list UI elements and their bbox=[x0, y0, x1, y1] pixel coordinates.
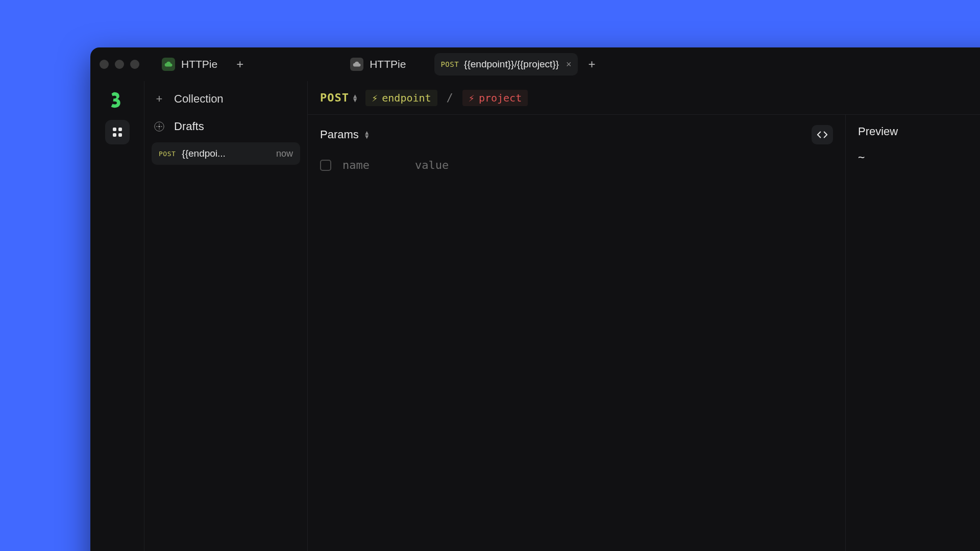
method-label: POST bbox=[320, 91, 349, 104]
drafts-label: Drafts bbox=[174, 120, 204, 133]
new-tab-button[interactable]: + bbox=[583, 55, 601, 73]
app-window: HTTPie + HTTPie POST {{endpoint}}/{{proj… bbox=[90, 47, 980, 551]
url-variable-project[interactable]: ⚡ project bbox=[462, 90, 528, 106]
activity-bar bbox=[90, 81, 144, 551]
url-bar: POST ▲▼ ⚡ endpoint / ⚡ project bbox=[308, 81, 980, 115]
body: + Collection Drafts POST bbox=[90, 81, 980, 551]
workspace-tabs-right: HTTPie POST {{endpoint}}/{{project}} × + bbox=[342, 53, 601, 76]
request-method-chip: POST bbox=[440, 60, 459, 68]
preview-prompt: ~ bbox=[858, 151, 980, 163]
collections-panel: + Collection Drafts POST bbox=[144, 81, 308, 551]
params-title: Params bbox=[320, 128, 359, 141]
workspace-title: HTTPie bbox=[370, 58, 406, 70]
editor-area: POST ▲▼ ⚡ endpoint / ⚡ project Par bbox=[308, 81, 980, 551]
preview-title: Preview bbox=[858, 125, 980, 138]
collection-label: Collection bbox=[174, 92, 224, 106]
param-value-input[interactable]: value bbox=[415, 159, 833, 171]
var-name: endpoint bbox=[382, 92, 431, 104]
svg-point-6 bbox=[157, 126, 158, 127]
minimize-window-icon[interactable] bbox=[115, 60, 124, 69]
draft-method: POST bbox=[159, 150, 176, 158]
request-tab-label: {{endpoint}}/{{project}} bbox=[464, 59, 559, 70]
workspace-tab[interactable]: HTTPie bbox=[154, 53, 226, 76]
maximize-window-icon[interactable] bbox=[130, 60, 139, 69]
workspace-tabs-left: HTTPie + bbox=[154, 53, 249, 76]
window-controls bbox=[100, 60, 139, 69]
drafts-row[interactable]: Drafts bbox=[144, 114, 307, 139]
request-tab[interactable]: POST {{endpoint}}/{{project}} × bbox=[434, 53, 577, 76]
params-tab[interactable]: Params ▲▼ bbox=[320, 128, 370, 141]
param-checkbox[interactable] bbox=[320, 160, 331, 171]
cloud-icon bbox=[350, 58, 363, 71]
plus-icon: + bbox=[154, 92, 165, 106]
svg-point-9 bbox=[159, 129, 160, 130]
chevron-updown-icon: ▲▼ bbox=[364, 131, 370, 139]
svg-rect-2 bbox=[113, 133, 116, 137]
workspace-tab[interactable]: HTTPie bbox=[342, 53, 414, 76]
titlebar: HTTPie + HTTPie POST {{endpoint}}/{{proj… bbox=[90, 47, 980, 81]
var-name: project bbox=[479, 92, 522, 104]
preview-pane: Preview ~ bbox=[846, 115, 980, 551]
cloud-icon bbox=[162, 58, 175, 71]
draft-time: now bbox=[276, 148, 293, 159]
chevron-updown-icon: ▲▼ bbox=[353, 94, 357, 102]
svg-rect-0 bbox=[113, 128, 116, 131]
param-row: name value bbox=[320, 159, 833, 171]
bolt-icon: ⚡ bbox=[469, 92, 475, 104]
path-separator: / bbox=[446, 91, 454, 104]
svg-rect-3 bbox=[118, 133, 122, 137]
workspace-title: HTTPie bbox=[181, 58, 217, 70]
draft-name: {{endpoi... bbox=[182, 148, 270, 159]
svg-point-8 bbox=[159, 124, 160, 125]
draft-item[interactable]: POST {{endpoi... now bbox=[152, 142, 300, 165]
add-workspace-button[interactable]: + bbox=[231, 55, 249, 73]
params-header: Params ▲▼ bbox=[320, 125, 833, 144]
url-variable-endpoint[interactable]: ⚡ endpoint bbox=[365, 90, 437, 106]
drafts-icon bbox=[154, 121, 165, 132]
svg-rect-1 bbox=[118, 128, 122, 131]
spaces-button[interactable] bbox=[105, 120, 130, 144]
bolt-icon: ⚡ bbox=[372, 92, 378, 104]
code-view-toggle[interactable] bbox=[812, 125, 833, 144]
param-name-input[interactable]: name bbox=[342, 159, 404, 171]
method-select[interactable]: POST ▲▼ bbox=[320, 91, 357, 104]
params-pane: Params ▲▼ name value bbox=[308, 115, 846, 551]
app-logo-icon[interactable] bbox=[108, 90, 127, 110]
svg-point-5 bbox=[158, 126, 160, 128]
add-collection-row[interactable]: + Collection bbox=[144, 81, 307, 114]
close-tab-icon[interactable]: × bbox=[566, 59, 572, 70]
editor-split: Params ▲▼ name value bbox=[308, 115, 980, 551]
close-window-icon[interactable] bbox=[100, 60, 109, 69]
svg-point-7 bbox=[161, 126, 162, 127]
